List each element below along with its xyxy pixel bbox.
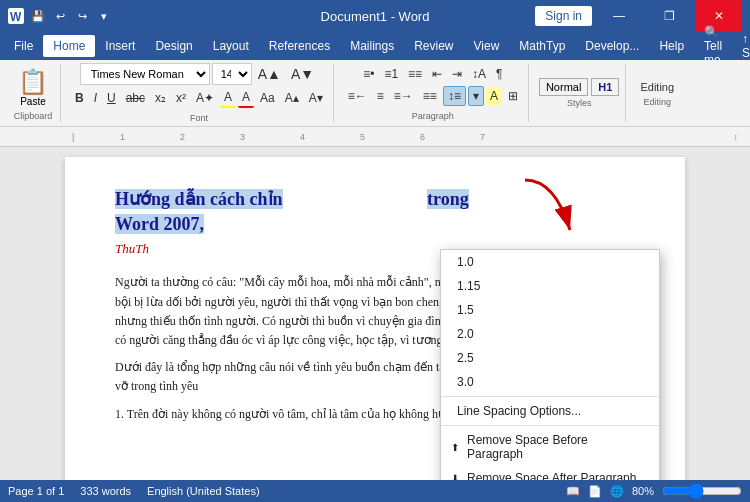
align-left-button[interactable]: ≡← xyxy=(344,87,371,105)
menu-home[interactable]: Home xyxy=(43,35,95,57)
multilevel-button[interactable]: ≡≡ xyxy=(404,65,426,83)
font-section: Times New Roman 14 A▲ A▼ B I U abc x₂ x²… xyxy=(65,64,334,122)
spacing-2-0[interactable]: 2.0 xyxy=(441,322,659,346)
numbering-button[interactable]: ≡1 xyxy=(380,65,402,83)
save-icon[interactable]: 💾 xyxy=(30,8,46,24)
styles-section: Normal H1 Styles xyxy=(533,64,627,122)
remove-after-icon: ⬇ xyxy=(451,473,459,481)
paste-button[interactable]: 📋 Paste xyxy=(12,66,54,109)
view-read-icon[interactable]: 📖 xyxy=(566,485,580,498)
menu-file[interactable]: File xyxy=(4,35,43,57)
sign-in-button[interactable]: Sign in xyxy=(535,6,592,26)
bold-button[interactable]: B xyxy=(71,89,88,107)
strikethrough-button[interactable]: abc xyxy=(122,89,149,107)
menu-share[interactable]: ↑ Share xyxy=(732,28,750,64)
font-row1: Times New Roman 14 A▲ A▼ xyxy=(80,63,318,85)
align-right-button[interactable]: ≡→ xyxy=(390,87,417,105)
font-name-selector[interactable]: Times New Roman xyxy=(80,63,210,85)
zoom-slider[interactable] xyxy=(662,483,742,499)
remove-after-label: Remove Space After Paragraph xyxy=(467,471,636,480)
grow-font-button[interactable]: A▲ xyxy=(254,64,285,84)
dropdown-divider-2 xyxy=(441,425,659,426)
view-web-icon[interactable]: 🌐 xyxy=(610,485,624,498)
menu-design[interactable]: Design xyxy=(145,35,202,57)
increase-indent-button[interactable]: ⇥ xyxy=(448,65,466,83)
clipboard-section: 📋 Paste Clipboard xyxy=(6,64,61,122)
bullets-button[interactable]: ≡• xyxy=(359,65,378,83)
show-marks-button[interactable]: ¶ xyxy=(492,65,506,83)
dropdown-divider-1 xyxy=(441,396,659,397)
menu-help[interactable]: Help xyxy=(649,35,694,57)
menu-references[interactable]: References xyxy=(259,35,340,57)
para-row2: ≡← ≡ ≡→ ≡≡ ↕≡ ▾ A ⊞ xyxy=(344,86,522,106)
document-title: Document1 - Word xyxy=(321,9,430,24)
decrease-indent-button[interactable]: ⇤ xyxy=(428,65,446,83)
font-row2: B I U abc x₂ x² A✦ A A Aa A▴ A▾ xyxy=(71,88,327,108)
menu-developer[interactable]: Develop... xyxy=(575,35,649,57)
align-center-button[interactable]: ≡ xyxy=(373,87,388,105)
underline-button[interactable]: U xyxy=(103,89,120,107)
word-count: 333 words xyxy=(80,485,131,497)
font-color-button[interactable]: A xyxy=(238,88,254,108)
word-logo-icon: W xyxy=(8,8,24,24)
style-normal[interactable]: Normal xyxy=(539,78,588,96)
menu-review[interactable]: Review xyxy=(404,35,463,57)
status-right: 📖 📄 🌐 80% xyxy=(566,483,742,499)
line-spacing-button[interactable]: ↕≡ xyxy=(443,86,466,106)
spacing-1-0[interactable]: 1.0 xyxy=(441,250,659,274)
view-print-icon[interactable]: 📄 xyxy=(588,485,602,498)
svg-text:W: W xyxy=(10,10,22,24)
spacing-1-5[interactable]: 1.5 xyxy=(441,298,659,322)
editing-label: Editing xyxy=(643,97,671,107)
line-spacing-dropdown[interactable]: ▾ xyxy=(468,86,484,106)
font-label: Font xyxy=(190,113,208,123)
restore-button[interactable]: ❐ xyxy=(646,0,692,32)
toolbar: 📋 Paste Clipboard Times New Roman 14 A▲ … xyxy=(0,60,750,127)
font-up-button[interactable]: A▴ xyxy=(281,89,303,107)
minimize-button[interactable]: — xyxy=(596,0,642,32)
status-bar: Page 1 of 1 333 words English (United St… xyxy=(0,480,750,502)
redo-icon[interactable]: ↪ xyxy=(74,8,90,24)
remove-space-before[interactable]: ⬆ Remove Space Before Paragraph xyxy=(441,428,659,466)
clipboard-label: Clipboard xyxy=(14,111,53,121)
font-size-selector[interactable]: 14 xyxy=(212,63,252,85)
subscript-button[interactable]: x₂ xyxy=(151,89,170,107)
remove-space-after[interactable]: ⬇ Remove Space After Paragraph xyxy=(441,466,659,480)
editing-button[interactable]: Editing xyxy=(636,79,678,95)
customize-icon[interactable]: ▾ xyxy=(96,8,112,24)
font-aa-button[interactable]: Aa xyxy=(256,89,279,107)
undo-icon[interactable]: ↩ xyxy=(52,8,68,24)
font-down-button[interactable]: A▾ xyxy=(305,89,327,107)
shrink-font-button[interactable]: A▼ xyxy=(287,64,318,84)
spacing-3-0[interactable]: 3.0 xyxy=(441,370,659,394)
paragraph-label: Paragraph xyxy=(412,111,454,121)
style-heading1[interactable]: H1 xyxy=(591,78,619,96)
shading-button[interactable]: A xyxy=(486,87,502,105)
menu-mailings[interactable]: Mailings xyxy=(340,35,404,57)
menu-layout[interactable]: Layout xyxy=(203,35,259,57)
justify-button[interactable]: ≡≡ xyxy=(419,87,441,105)
text-effects-button[interactable]: A✦ xyxy=(192,89,218,107)
menu-mathtype[interactable]: MathTyp xyxy=(509,35,575,57)
highlight-button[interactable]: A xyxy=(220,88,236,108)
title-bar-left: W 💾 ↩ ↪ ▾ xyxy=(8,8,112,24)
italic-button[interactable]: I xyxy=(90,89,101,107)
title-bar: W 💾 ↩ ↪ ▾ Document1 - Word Sign in — ❐ ✕ xyxy=(0,0,750,32)
styles-label: Styles xyxy=(567,98,592,108)
doc-title[interactable]: Hướng dẫn cách chỉn trong Word 2007, xyxy=(115,187,635,237)
spacing-2-5[interactable]: 2.5 xyxy=(441,346,659,370)
editing-section: Editing Editing xyxy=(630,64,684,122)
menu-insert[interactable]: Insert xyxy=(95,35,145,57)
main-content: | 1 2 3 4 5 6 7 ↕ Hướng dẫn cách chỉn tr… xyxy=(0,127,750,480)
title-end: trong xyxy=(427,189,469,209)
language-indicator: English (United States) xyxy=(147,485,260,497)
spacing-1-15[interactable]: 1.15 xyxy=(441,274,659,298)
menu-view[interactable]: View xyxy=(464,35,510,57)
zoom-level: 80% xyxy=(632,485,654,497)
superscript-button[interactable]: x² xyxy=(172,89,190,107)
sort-button[interactable]: ↕A xyxy=(468,65,490,83)
title-text-2: Word 2007, xyxy=(115,214,204,234)
borders-button[interactable]: ⊞ xyxy=(504,87,522,105)
line-spacing-options[interactable]: Line Spacing Options... xyxy=(441,399,659,423)
remove-before-icon: ⬆ xyxy=(451,442,459,453)
